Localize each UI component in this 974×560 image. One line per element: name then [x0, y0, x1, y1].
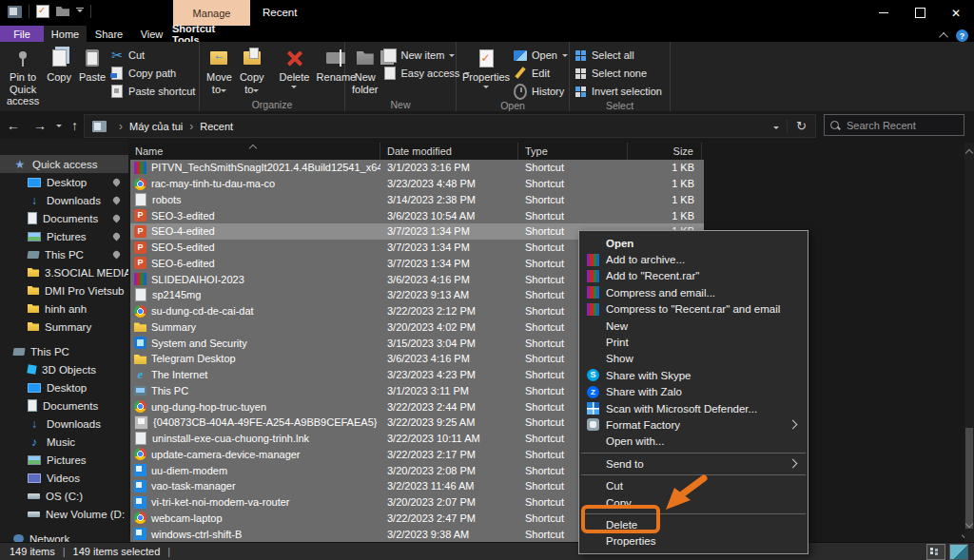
breadcrumb-current[interactable]: Recent — [200, 121, 233, 132]
group-label-select: Select — [570, 99, 670, 112]
delete-ribbon-button[interactable]: Delete — [277, 45, 313, 93]
tab-shortcut-tools[interactable]: Shortcut Tools — [172, 26, 244, 42]
select-all-button[interactable]: Select all — [574, 48, 662, 63]
back-button[interactable]: ← — [0, 118, 27, 133]
history-button[interactable]: History — [514, 84, 568, 99]
scroll-up-icon[interactable] — [966, 146, 972, 158]
search-input[interactable] — [845, 119, 953, 132]
column-header-type[interactable]: Type — [518, 143, 628, 160]
details-view-toggle[interactable] — [926, 544, 945, 560]
menu-item-add-to-archive[interactable]: Add to archive... — [579, 251, 808, 267]
menu-item-add-to-recent-rar[interactable]: Add to "Recent.rar" — [579, 268, 808, 284]
tab-view[interactable]: View — [131, 26, 172, 42]
sidebar-item-summary[interactable]: Summary — [0, 318, 128, 336]
file-row[interactable]: rac-may-tinh-tu-dau-ma-co3/23/2023 4:48 … — [130, 176, 704, 192]
sidebar-item-pictures[interactable]: Pictures — [0, 227, 128, 245]
pin-to-quick-access-button[interactable]: Pin to Quick access — [4, 45, 42, 109]
tab-file[interactable]: File — [0, 26, 44, 42]
paste-shortcut-button[interactable]: Paste shortcut — [110, 84, 195, 99]
sidebar-item-videos[interactable]: Videos — [0, 469, 128, 487]
sidebar-item-documents[interactable]: Documents — [0, 209, 128, 227]
recent-locations-icon[interactable] — [53, 121, 65, 130]
address-field[interactable]: › Máy của tui › Recent ↻ — [84, 114, 816, 138]
file-row[interactable]: PITVN_TechSmithSnagIt2021.4.4Build12541_… — [130, 160, 704, 176]
properties-button[interactable]: Properties — [460, 45, 512, 93]
menu-item-share-with-zalo[interactable]: Share with Zalo — [579, 384, 808, 400]
properties-qat-icon[interactable] — [36, 5, 49, 18]
invert-selection-button[interactable]: Invert selection — [574, 84, 662, 99]
sidebar-item-desktop[interactable]: Desktop — [0, 173, 128, 191]
menu-item-open[interactable]: Open — [579, 235, 808, 251]
sidebar-item-os-c[interactable]: OS (C:) — [0, 487, 128, 505]
cut-button[interactable]: ✂ Cut — [110, 48, 195, 63]
sidebar-item-label: Documents — [43, 213, 98, 224]
group-label-new: New — [345, 98, 456, 111]
large-icons-view-toggle[interactable] — [949, 544, 968, 560]
file-date-modified: 3/23/2023 4:48 PM — [380, 178, 518, 189]
sidebar-item-3d-objects[interactable]: 3D Objects — [0, 360, 128, 378]
column-header-size[interactable]: Size — [628, 143, 702, 160]
copy-button[interactable]: Copy — [44, 45, 74, 86]
forward-button[interactable]: → — [27, 118, 53, 133]
refresh-icon[interactable]: ↻ — [787, 119, 815, 133]
sidebar-item-pictures[interactable]: Pictures — [0, 451, 128, 469]
menu-item-properties[interactable]: Properties — [579, 533, 808, 550]
video-icon — [28, 473, 41, 483]
sidebar-item-downloads[interactable]: Downloads — [0, 191, 128, 209]
new-folder-button[interactable]: New folder — [349, 45, 381, 97]
sidebar-item-new-volume-d[interactable]: New Volume (D: — [0, 505, 128, 523]
menu-item-new[interactable]: New — [579, 318, 808, 334]
copy-to-button[interactable]: Copy to — [237, 45, 267, 97]
column-header-date-modified[interactable]: Date modified — [380, 143, 518, 160]
edit-button[interactable]: Edit — [514, 66, 568, 81]
menu-item-compress-to-recent-rar-and-email[interactable]: Compress to "Recent.rar" and email — [579, 301, 808, 318]
sidebar-item-hinh-anh[interactable]: hinh anh — [0, 299, 128, 318]
menu-item-share-with-skype[interactable]: Share with Skype — [579, 367, 808, 383]
column-header-name[interactable]: Name — [128, 143, 380, 160]
sidebar-item-quick-access[interactable]: Quick access — [0, 155, 128, 173]
select-none-button[interactable]: Select none — [574, 66, 662, 81]
scrollbar-thumb[interactable] — [965, 428, 973, 529]
menu-item-send-to[interactable]: Send to — [579, 455, 808, 472]
sidebar-item-this-pc[interactable]: This PC — [0, 342, 128, 360]
paste-button[interactable]: Paste — [76, 45, 108, 86]
tab-share[interactable]: Share — [87, 26, 131, 42]
menu-item-open-with[interactable]: Open with... — [579, 434, 808, 450]
sidebar-item-desktop[interactable]: Desktop — [0, 378, 128, 396]
search-box[interactable] — [824, 114, 964, 136]
sidebar-item-this-pc[interactable]: This PC — [0, 245, 128, 263]
address-dropdown-icon[interactable] — [766, 121, 787, 132]
minimize-button[interactable] — [866, 0, 902, 26]
open-button[interactable]: Open — [514, 48, 568, 63]
file-row[interactable]: SEO-3-edited3/6/2023 10:54 AMShortcut1 K… — [130, 207, 704, 223]
sidebar-item-dmi-pro-vietsub[interactable]: DMI Pro Vietsub — [0, 281, 128, 299]
breadcrumb-root[interactable]: Máy của tui — [129, 121, 183, 132]
copy-icon — [52, 49, 67, 67]
move-to-button[interactable]: Move to — [204, 45, 235, 97]
new-folder-qat-icon[interactable] — [56, 7, 69, 16]
sidebar-item-music[interactable]: Music — [0, 433, 128, 451]
menu-item-compress-and-email[interactable]: Compress and email... — [579, 284, 808, 300]
sidebar-item-documents[interactable]: Documents — [0, 396, 128, 415]
music-icon — [28, 436, 41, 448]
copy-path-button[interactable]: Copy path — [110, 66, 195, 81]
menu-item-label: Add to "Recent.rar" — [606, 270, 699, 281]
menu-item-format-factory[interactable]: Format Factory — [579, 416, 808, 433]
close-button[interactable]: ✕ — [938, 0, 974, 26]
tab-home[interactable]: Home — [44, 26, 87, 42]
menu-item-show[interactable]: Show — [579, 351, 808, 367]
file-row[interactable]: robots3/14/2023 2:38 PMShortcut1 KB — [130, 192, 704, 208]
scroll-down-icon[interactable] — [966, 517, 972, 529]
maximize-button[interactable] — [902, 0, 938, 26]
control-file-icon — [134, 337, 146, 349]
sidebar-item-3-social-media[interactable]: 3.SOCIAL MEDIA — [0, 263, 128, 281]
sidebar-item-downloads[interactable]: Downloads — [0, 415, 128, 433]
sidebar-item-network[interactable]: Network — [0, 530, 128, 542]
list-scrollbar[interactable] — [964, 143, 974, 542]
help-icon[interactable]: ? — [956, 29, 968, 42]
customize-qat-icon[interactable] — [76, 8, 84, 15]
menu-item-scan-with-microsoft-defender[interactable]: Scan with Microsoft Defender... — [579, 400, 808, 416]
menu-item-print[interactable]: Print — [579, 334, 808, 350]
paste-shortcut-icon — [111, 85, 123, 98]
up-button[interactable]: ↑ — [65, 118, 85, 133]
